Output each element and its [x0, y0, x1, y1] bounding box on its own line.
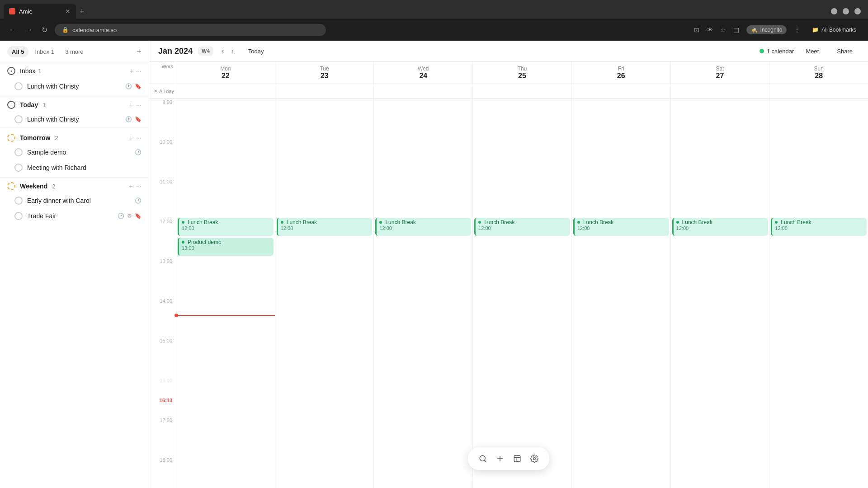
search-toolbar-button[interactable]: [475, 451, 491, 466]
add-item-button[interactable]: +: [137, 47, 142, 56]
day-num: 24: [374, 72, 472, 80]
day-num: 27: [671, 72, 769, 80]
day-header-fri: Fri 26: [572, 62, 671, 84]
calendar-event[interactable]: Product demo 13:00: [178, 238, 274, 256]
section-header-weekend[interactable]: Weekend 2 + ···: [0, 179, 149, 193]
minimize-button[interactable]: [831, 8, 837, 14]
time-label: 9:00: [163, 99, 172, 105]
time-label: 18:00: [160, 457, 172, 463]
item-checkbox[interactable]: [14, 148, 23, 156]
time-slot: [149, 158, 176, 178]
close-window-button[interactable]: [854, 8, 861, 14]
tab-inbox[interactable]: Inbox 1: [30, 46, 59, 57]
forward-button[interactable]: →: [24, 24, 34, 36]
active-tab[interactable]: Amie ✕: [4, 4, 76, 19]
calendar-event[interactable]: Lunch Break 12:00: [178, 218, 274, 236]
day-col-bg[interactable]: [473, 99, 571, 488]
sidebar-icon[interactable]: ▤: [733, 26, 739, 33]
menu-icon[interactable]: ⋮: [794, 26, 800, 33]
layout-toolbar-button[interactable]: [509, 451, 525, 466]
calendar-event[interactable]: Lunch Break 12:00: [277, 218, 373, 236]
day-name: Sat: [671, 66, 769, 72]
event-dot: [182, 241, 184, 244]
day-col-bg[interactable]: [176, 99, 275, 488]
calendar-title: Jan 2024: [158, 47, 193, 56]
list-item[interactable]: • Inbox 1 + ···: [0, 63, 149, 79]
day-col-bg[interactable]: [572, 99, 670, 488]
clock-icon: 🕐: [125, 83, 132, 89]
time-slot: [149, 436, 176, 456]
item-checkbox[interactable]: [14, 82, 23, 90]
section-header-today[interactable]: Today 1 + ···: [0, 98, 149, 112]
eye-off-icon[interactable]: 👁: [707, 26, 713, 33]
day-col-bg[interactable]: [275, 99, 374, 488]
item-checkbox[interactable]: [14, 115, 23, 123]
calendar-event[interactable]: Lunch Break 12:00: [672, 218, 768, 236]
item-checkbox[interactable]: [14, 164, 23, 172]
add-tomorrow-button[interactable]: +: [129, 134, 132, 141]
add-inbox-button[interactable]: +: [130, 67, 133, 75]
star-icon[interactable]: ☆: [720, 26, 726, 33]
list-item[interactable]: Lunch with Christy 🕐 🔖: [0, 79, 149, 94]
back-button[interactable]: ←: [7, 24, 18, 36]
more-weekend-button[interactable]: ···: [136, 183, 142, 190]
settings-toolbar-button[interactable]: [527, 451, 542, 466]
prev-week-button[interactable]: ‹: [219, 45, 226, 57]
close-tab-button[interactable]: ✕: [65, 8, 71, 15]
day-header-wed: Wed 24: [374, 62, 473, 84]
section-header-tomorrow[interactable]: Tomorrow 2 + ···: [0, 131, 149, 145]
meet-button[interactable]: Meet: [799, 46, 825, 57]
more-today-button[interactable]: ···: [136, 101, 142, 108]
weekend-checkbox[interactable]: [7, 182, 15, 190]
item-checkbox[interactable]: [14, 197, 23, 205]
new-tab-button[interactable]: +: [80, 7, 85, 16]
item-icons: 🕐 🔖: [125, 116, 142, 122]
more-inbox-button[interactable]: ···: [136, 67, 142, 75]
more-tomorrow-button[interactable]: ···: [136, 134, 142, 141]
event-dot: [775, 221, 778, 224]
time-slot: 16:13: [149, 397, 176, 417]
event-dot: [577, 221, 580, 224]
reload-button[interactable]: ↻: [40, 24, 49, 36]
calendar-area: Jan 2024 W4 ‹ › Today 1 calendar Meet Sh…: [149, 41, 868, 488]
day-col-bg[interactable]: [671, 99, 769, 488]
tab-more[interactable]: 3 more: [61, 46, 88, 57]
bookmarks-button[interactable]: 📁 All Bookmarks: [807, 25, 861, 34]
day-col-bg[interactable]: [769, 99, 868, 488]
day-header-sun: Sun 28: [769, 62, 868, 84]
add-toolbar-button[interactable]: [492, 451, 508, 466]
cast-icon[interactable]: ⊡: [694, 26, 699, 33]
next-week-button[interactable]: ›: [228, 45, 236, 57]
day-num: 28: [769, 72, 868, 80]
event-dot: [281, 221, 283, 224]
work-label: Work: [149, 62, 176, 71]
close-allday-icon[interactable]: ✕: [154, 89, 157, 94]
list-item[interactable]: Meeting with Richard: [0, 160, 149, 175]
day-col-sun: Lunch Break 12:00: [769, 99, 868, 488]
time-label: 17:00: [160, 418, 172, 423]
day-col-bg[interactable]: [374, 99, 472, 488]
time-slot: [149, 357, 176, 377]
bookmark-icon: 🔖: [135, 213, 142, 219]
item-count: 1: [38, 68, 41, 75]
add-today-button[interactable]: +: [129, 101, 132, 108]
today-checkbox[interactable]: [7, 101, 15, 109]
add-weekend-button[interactable]: +: [129, 183, 132, 190]
list-item[interactable]: Trade Fair 🕐 ⚙ 🔖: [0, 208, 149, 224]
share-button[interactable]: Share: [830, 46, 859, 57]
list-item[interactable]: Early dinner with Carol 🕐: [0, 193, 149, 208]
item-checkbox[interactable]: [14, 212, 23, 220]
list-item[interactable]: Sample demo 🕐: [0, 145, 149, 160]
today-button[interactable]: Today: [242, 46, 270, 57]
tab-all[interactable]: All 5: [7, 46, 28, 57]
calendar-event[interactable]: Lunch Break 12:00: [573, 218, 669, 236]
tomorrow-checkbox[interactable]: [7, 134, 15, 142]
sidebar-header: All 5 Inbox 1 3 more +: [0, 41, 149, 63]
list-item[interactable]: Lunch with Christy 🕐 🔖: [0, 112, 149, 127]
url-bar[interactable]: 🔒 calendar.amie.so: [55, 24, 326, 36]
item-checkbox[interactable]: •: [7, 67, 15, 75]
maximize-button[interactable]: [843, 8, 849, 14]
calendar-event[interactable]: Lunch Break 12:00: [474, 218, 570, 236]
calendar-event[interactable]: Lunch Break 12:00: [375, 218, 471, 236]
calendar-event[interactable]: Lunch Break 12:00: [771, 218, 867, 236]
